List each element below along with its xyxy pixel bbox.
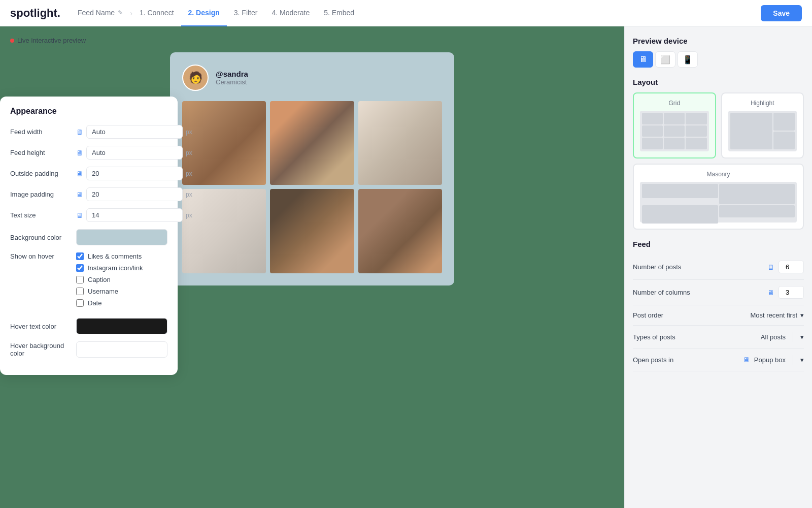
feed-width-input[interactable] — [86, 125, 183, 139]
types-value: All posts — [761, 333, 786, 341]
live-dot — [10, 39, 14, 43]
save-button[interactable]: Save — [761, 5, 802, 21]
feed-username: @sandra — [216, 70, 248, 78]
device-btn-tablet[interactable]: ⬜ — [655, 51, 675, 68]
feed-width-icon: 🖥 — [76, 128, 83, 136]
open-posts-value: Popup box — [754, 356, 786, 364]
hover-text-color-swatch[interactable] — [76, 318, 167, 334]
text-size-label: Text size — [10, 211, 76, 219]
post-order-value: Most recent first — [751, 311, 797, 319]
feed-cell-5 — [270, 189, 354, 273]
outside-padding-input[interactable] — [86, 167, 183, 180]
hover-bg-color-label: Hover background color — [10, 342, 76, 357]
open-posts-icon: 🖥 — [743, 356, 750, 364]
preview-label: Live interactive preview — [10, 37, 86, 44]
device-btn-mobile[interactable]: 📱 — [678, 51, 698, 68]
feed-row-types: Types of posts All posts ▾ — [633, 326, 804, 348]
nav-steps: Feed Name ✎ › 1. Connect 2. Design 3. Fi… — [71, 0, 761, 26]
feed-cell-1 — [182, 101, 266, 185]
num-posts-input[interactable] — [779, 261, 804, 273]
nav-step-connect[interactable]: 1. Connect — [132, 0, 181, 26]
feed-height-input[interactable] — [86, 146, 183, 160]
form-row-text-size: Text size 🖥 px — [10, 208, 167, 222]
open-posts-select[interactable]: Popup box ▾ — [754, 355, 804, 365]
hover-instagram-label: Instagram icon/link — [88, 264, 143, 272]
form-row-show-on-hover: Show on hover Likes & comments Instagram… — [10, 252, 167, 311]
live-text: Live interactive preview — [17, 37, 86, 44]
layout-grid: Grid Highlight — [633, 92, 804, 230]
types-select[interactable]: All posts ▾ — [761, 332, 804, 342]
outside-padding-label: Outside padding — [10, 170, 76, 177]
form-row-image-padding: Image padding 🖥 px — [10, 187, 167, 201]
layout-thumb-grid — [640, 111, 709, 151]
form-row-feed-width: Feed width 🖥 px — [10, 125, 167, 139]
form-row-hover-text-color: Hover text color — [10, 318, 167, 334]
feed-grid — [182, 101, 442, 273]
open-posts-label: Open posts in — [633, 356, 743, 364]
outside-padding-unit: px — [186, 170, 192, 177]
feed-preview: 🧑 @sandra Ceramicist — [170, 52, 454, 285]
hover-option-date: Date — [76, 299, 143, 307]
form-row-hover-bg-color: Hover background color — [10, 341, 167, 358]
show-on-hover-label: Show on hover — [10, 252, 76, 260]
preview-device-section: Preview device 🖥 ⬜ 📱 — [633, 37, 804, 68]
layout-card-highlight[interactable]: Highlight — [721, 92, 804, 158]
feed-img-5 — [270, 189, 354, 273]
feed-row-num-cols: Number of columns 🖥 — [633, 280, 804, 305]
preview-device-title: Preview device — [633, 37, 804, 45]
open-posts-chevron: ▾ — [800, 356, 804, 364]
nav-step-feedname[interactable]: Feed Name ✎ — [71, 0, 130, 26]
hover-likes-label: Likes & comments — [88, 252, 142, 260]
nav-step-design[interactable]: 2. Design — [181, 0, 227, 26]
feed-row-open-posts: Open posts in 🖥 Popup box ▾ — [633, 348, 804, 371]
select-separator — [793, 332, 793, 342]
feed-img-3 — [358, 101, 442, 185]
types-chevron: ▾ — [800, 333, 804, 341]
feed-section: Feed Number of posts 🖥 Number of columns… — [633, 240, 804, 371]
hover-option-caption: Caption — [76, 276, 143, 283]
form-row-feed-height: Feed height 🖥 px — [10, 146, 167, 160]
open-posts-separator — [793, 355, 793, 365]
layout-card-masonry[interactable]: Masonry — [633, 164, 804, 230]
feed-user-info: @sandra Ceramicist — [216, 70, 248, 86]
hover-date-checkbox[interactable] — [76, 299, 84, 307]
hover-bg-color-swatch[interactable] — [76, 341, 167, 358]
layout-masonry-label: Masonry — [640, 171, 797, 178]
topbar: spotlight. Feed Name ✎ › 1. Connect 2. D… — [0, 0, 812, 26]
feed-name-label: Feed Name — [78, 9, 115, 17]
layout-highlight-label: Highlight — [728, 100, 797, 107]
feed-width-label: Feed width — [10, 128, 76, 136]
image-padding-input[interactable] — [86, 187, 183, 201]
feed-img-4 — [182, 189, 266, 273]
device-btn-desktop[interactable]: 🖥 — [633, 51, 653, 68]
nav-step-moderate[interactable]: 4. Moderate — [264, 0, 317, 26]
num-cols-input[interactable] — [779, 286, 804, 299]
layout-section: Layout Grid Highlight — [633, 78, 804, 230]
hover-caption-label: Caption — [88, 276, 111, 283]
feed-header: 🧑 @sandra Ceramicist — [182, 65, 442, 91]
image-padding-unit: px — [186, 191, 192, 198]
feed-height-icon: 🖥 — [76, 149, 83, 157]
nav-step-embed[interactable]: 5. Embed — [317, 0, 361, 26]
feed-cell-2 — [270, 101, 354, 185]
hover-instagram-checkbox[interactable] — [76, 264, 84, 272]
nav-step-filter[interactable]: 3. Filter — [227, 0, 265, 26]
hover-date-label: Date — [88, 299, 101, 307]
layout-card-grid[interactable]: Grid — [633, 92, 716, 158]
bg-color-swatch[interactable] — [76, 229, 167, 245]
feed-row-post-order: Post order Most recent first ▾ — [633, 305, 804, 326]
edit-icon: ✎ — [118, 9, 123, 16]
text-size-unit: px — [186, 212, 192, 219]
hover-username-checkbox[interactable] — [76, 288, 84, 295]
text-size-input[interactable] — [86, 208, 183, 222]
hover-likes-checkbox[interactable] — [76, 252, 84, 260]
feed-cell-6 — [358, 189, 442, 273]
hover-caption-checkbox[interactable] — [76, 276, 84, 283]
nav-right: Save — [761, 5, 802, 21]
feed-section-title: Feed — [633, 240, 804, 248]
hover-username-label: Username — [88, 288, 118, 295]
post-order-select[interactable]: Most recent first ▾ — [751, 311, 804, 319]
appearance-title: Appearance — [10, 107, 167, 116]
feed-width-unit: px — [186, 129, 192, 136]
hover-text-color-label: Hover text color — [10, 323, 76, 330]
